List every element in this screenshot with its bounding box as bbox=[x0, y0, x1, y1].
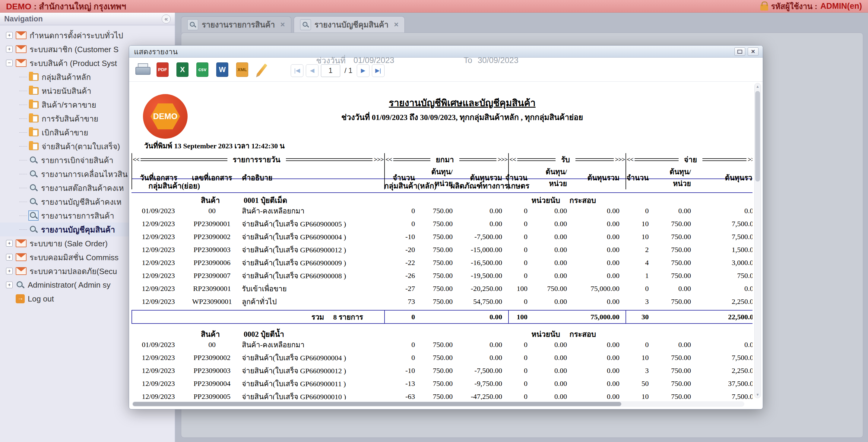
export-word-button[interactable]: W bbox=[214, 61, 231, 78]
print-button[interactable] bbox=[134, 61, 151, 78]
report-cell: 0.00 bbox=[655, 204, 697, 217]
report-cell: 00 bbox=[185, 204, 239, 217]
unit-value: กระสอบ bbox=[569, 328, 596, 340]
report-cell: จ่ายสินค้า(ใบเสร็จ GP660900005 ) bbox=[239, 217, 384, 230]
report-cell: -7,500.00 bbox=[459, 364, 508, 377]
report-data-row: 01/09/202300สินค้า-คงเหลือยกมา0750.000.0… bbox=[131, 204, 752, 217]
tree-expander-icon[interactable]: + bbox=[6, 254, 13, 260]
company-name: DEMO bbox=[6, 2, 31, 11]
tree-expander-icon[interactable]: + bbox=[6, 240, 13, 247]
sidebar-item[interactable]: +กำหนดการตั้งค่าระบบทั่วไป bbox=[0, 28, 175, 42]
report-cell: 12/09/2023 bbox=[131, 230, 185, 243]
report-cell: 0.00 bbox=[533, 390, 573, 400]
vertical-scrollbar[interactable]: ▲ ▼ bbox=[754, 83, 761, 398]
report-cell: 0.00 bbox=[655, 338, 697, 351]
report-data-row: 12/09/2023PP23090006จ่ายสินค้า(ใบเสร็จ G… bbox=[131, 256, 752, 269]
folder-icon bbox=[29, 129, 39, 136]
report-cell: 2,250.00 bbox=[697, 364, 752, 377]
report-cell: 0.00 bbox=[573, 217, 625, 230]
product-label: สินค้า bbox=[201, 328, 220, 340]
report-cell: PP23090003 bbox=[185, 364, 239, 377]
tree-expander-icon[interactable]: + bbox=[6, 32, 13, 39]
report-cell: 750.00 bbox=[655, 217, 697, 230]
report-cell: 1 bbox=[625, 269, 655, 282]
tree-expander-icon[interactable]: + bbox=[6, 46, 13, 53]
report-cell: -9,750.00 bbox=[459, 377, 508, 390]
report-cell: 100 bbox=[508, 282, 533, 295]
report-cell: รับเข้าเพื่อขาย bbox=[239, 282, 384, 295]
word-icon: W bbox=[216, 62, 228, 77]
report-cell: -10 bbox=[384, 230, 421, 243]
tree-expander-icon[interactable]: + bbox=[6, 268, 13, 274]
report-column-headers: วันที่เอกสาร เลขที่เอกสาร คำอธิบาย จำนวน… bbox=[131, 166, 752, 179]
report-cell: 750.00 bbox=[533, 282, 573, 295]
first-page-button[interactable]: |◀ bbox=[291, 64, 303, 77]
scrollbar-thumb[interactable] bbox=[133, 402, 621, 406]
maximize-button[interactable] bbox=[734, 48, 745, 56]
scrollbar-thumb[interactable] bbox=[755, 91, 760, 182]
report-cell: 750.00 bbox=[655, 390, 697, 400]
search-icon bbox=[29, 211, 38, 220]
edit-button[interactable] bbox=[253, 61, 271, 78]
report-cell: 0 bbox=[508, 256, 533, 269]
close-button[interactable]: × bbox=[748, 48, 758, 56]
export-pdf-button[interactable]: PDF bbox=[154, 61, 171, 78]
report-cell: จ่ายสินค้า(ใบเสร็จ GP660900004 ) bbox=[239, 230, 384, 243]
tree-expander-icon[interactable]: + bbox=[6, 282, 13, 288]
report-cell: -15,000.00 bbox=[459, 243, 508, 256]
maingroup-value: ผลิตภัณฑ์ทางการเกษตร bbox=[451, 180, 530, 192]
report-cell: 2,250.00 bbox=[697, 295, 752, 308]
horizontal-scrollbar[interactable] bbox=[132, 401, 744, 407]
tree-line bbox=[19, 202, 27, 202]
report-cell: -27 bbox=[384, 282, 421, 295]
report-cell: 0.00 bbox=[573, 390, 625, 400]
app-title: DEMO: สำนักงานใหญ่ กรุงเทพฯ bbox=[6, 0, 126, 13]
report-cell: 50 bbox=[625, 377, 655, 390]
folder-icon bbox=[29, 73, 39, 81]
tree-line bbox=[19, 216, 27, 216]
scroll-up-icon[interactable]: ▲ bbox=[756, 83, 760, 90]
maingroup-label: กลุ่มสินค้า(หลัก) bbox=[384, 180, 437, 192]
report-cell: จ่ายสินค้า(ใบเสร็จ GP660900008 ) bbox=[239, 269, 384, 282]
tree-expander-icon[interactable]: − bbox=[6, 60, 13, 66]
report-cell: 4 bbox=[625, 256, 655, 269]
report-page: DEMO รายงานบัญชีพิเศษและบัญชีคุมสินค้า ช… bbox=[130, 82, 752, 400]
product-header-row: สินค้า0001 ปุ๋ยตีเม็ดหน่วยนับกระสอบ bbox=[131, 193, 752, 204]
lock-icon bbox=[760, 4, 768, 10]
report-cell: 3,000.00 bbox=[697, 256, 752, 269]
report-data-row: 12/09/2023PP23090003จ่ายสินค้า(ใบเสร็จ G… bbox=[131, 364, 752, 377]
report-cell: 0 bbox=[625, 204, 655, 217]
report-cell: 750.00 bbox=[697, 269, 752, 282]
export-csv-button[interactable]: csv bbox=[194, 61, 211, 78]
report-data-row: 12/09/2023RP23090001รับเข้าเพื่อขาย-2775… bbox=[131, 282, 752, 295]
sidebar-item-label: รายงานบัญชีคุมสินค้า bbox=[41, 223, 115, 236]
report-cell: 75,000.00 bbox=[573, 282, 625, 295]
report-cell: 750.00 bbox=[421, 295, 459, 308]
report-cell: PP23090003 bbox=[185, 243, 239, 256]
collapse-sidebar-button[interactable]: « bbox=[162, 14, 171, 24]
report-cell: 0 bbox=[508, 230, 533, 243]
report-cell: -20,250.00 bbox=[459, 282, 508, 295]
report-cell: 0 bbox=[625, 282, 655, 295]
report-group-row: กลุ่มสินค้า(ย่อย) กลุ่มสินค้า(หลัก) ผลิต… bbox=[131, 179, 752, 193]
report-cell: 0 bbox=[508, 338, 533, 351]
envelope-icon bbox=[16, 59, 27, 67]
report-cell: 750.00 bbox=[655, 256, 697, 269]
report-table-body: สินค้า0001 ปุ๋ยตีเม็ดหน่วยนับกระสอบ01/09… bbox=[131, 193, 752, 400]
report-cell: 0.00 bbox=[459, 351, 508, 364]
report-cell: 750.00 bbox=[655, 364, 697, 377]
sidebar-item-label: รายงานการเคลื่อนไหวสิน bbox=[41, 168, 128, 180]
tree-line bbox=[19, 146, 27, 147]
export-xml-button[interactable]: XML bbox=[234, 61, 251, 78]
report-title: รายงานบัญชีพิเศษและบัญชีคุมสินค้า bbox=[190, 95, 734, 110]
report-cell: 0.00 bbox=[533, 295, 573, 308]
excel-icon: X bbox=[177, 62, 188, 77]
report-cell: 54,750.00 bbox=[459, 295, 508, 308]
envelope-icon bbox=[16, 31, 27, 39]
report-cell: 12/09/2023 bbox=[131, 243, 185, 256]
report-cell: 0.00 bbox=[533, 269, 573, 282]
scroll-down-icon[interactable]: ▼ bbox=[756, 391, 760, 398]
report-cell: 0.00 bbox=[533, 377, 573, 390]
tree-line bbox=[19, 77, 27, 77]
export-excel-button[interactable]: X bbox=[174, 61, 191, 78]
